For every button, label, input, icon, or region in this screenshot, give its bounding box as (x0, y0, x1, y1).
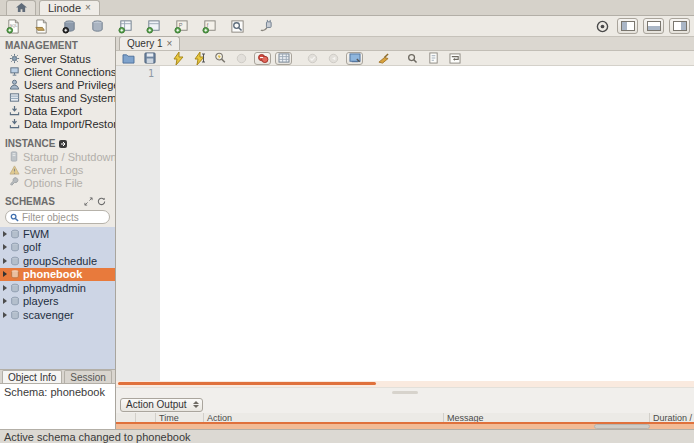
search-table-data-icon (230, 19, 245, 34)
toggle-stop-on-error-button[interactable] (254, 52, 271, 65)
schema-row-phpmyadmin[interactable]: phpmyadmin (0, 281, 115, 295)
schema-row-players[interactable]: players (0, 295, 115, 309)
create-table-button[interactable] (116, 18, 135, 35)
expander-icon[interactable] (3, 312, 7, 318)
search-table-data-button[interactable] (228, 18, 247, 35)
column-header-icon[interactable] (116, 413, 136, 422)
execute-current-button[interactable] (191, 52, 208, 65)
data-export-icon (9, 105, 20, 116)
toggle-autocommit-button[interactable] (346, 52, 363, 65)
expander-icon[interactable] (3, 244, 7, 250)
action-output-horizontal-scrollbar[interactable] (116, 424, 694, 429)
scrollbar-thumb[interactable] (118, 382, 376, 385)
create-procedure-button[interactable]: P (172, 18, 191, 35)
schema-filter-input[interactable] (22, 212, 102, 223)
home-icon (16, 3, 27, 13)
tab-object-info[interactable]: Object Info (2, 370, 62, 383)
expander-icon[interactable] (3, 298, 7, 304)
find-button[interactable] (404, 52, 421, 65)
sidebar-item-startup-shutdown[interactable]: Startup / Shutdown (0, 150, 115, 163)
document-tabbar: Linode × (0, 0, 694, 16)
create-function-icon: f (202, 19, 217, 34)
limit-rows-button[interactable] (275, 52, 292, 65)
column-header-time[interactable]: Time (156, 413, 204, 422)
sidebar-item-data-export[interactable]: Data Export (0, 104, 115, 117)
new-sql-tab-button[interactable]: SQL (4, 18, 23, 35)
column-header-action[interactable]: Action (204, 413, 444, 422)
tab-session[interactable]: Session (64, 370, 112, 383)
sidebar-item-client-connections[interactable]: Client Connections (0, 65, 115, 78)
status-circle-icon (596, 20, 609, 33)
schema-icon (10, 296, 20, 306)
invisible-chars-button[interactable] (425, 52, 442, 65)
splitter-grip-icon (392, 391, 418, 394)
expander-icon[interactable] (3, 285, 7, 291)
create-schema-icon (62, 19, 77, 34)
schema-row-fwm[interactable]: FWM (0, 227, 115, 241)
find-icon (407, 53, 418, 64)
schema-row-groupschedule[interactable]: groupSchedule (0, 254, 115, 268)
schema-icon (10, 256, 20, 266)
reconnect-dbms-button[interactable] (256, 18, 275, 35)
wrap-text-icon (449, 53, 461, 64)
commit-button[interactable] (304, 52, 321, 65)
expander-icon[interactable] (3, 271, 7, 277)
stop-button[interactable] (233, 52, 250, 65)
sql-editor[interactable]: 1 (116, 66, 694, 381)
line-number: 1 (148, 68, 154, 79)
schema-row-scavenger[interactable]: scavenger (0, 308, 115, 322)
schema-row-golf[interactable]: golf (0, 241, 115, 255)
line-number-gutter: 1 (116, 66, 160, 381)
open-file-button[interactable] (120, 52, 137, 65)
clear-query-button[interactable] (375, 52, 392, 65)
warning-icon (9, 165, 20, 175)
column-header-index[interactable] (136, 413, 156, 422)
reconnect-dbms-icon (258, 19, 273, 34)
schema-row-phonebook[interactable]: phonebook (0, 268, 115, 282)
expander-icon[interactable] (3, 258, 7, 264)
column-header-duration[interactable]: Duration / Fetch (650, 413, 694, 422)
column-header-message[interactable]: Message (444, 413, 650, 422)
object-info-text: Schema: phonebook (4, 386, 105, 398)
sidebar-item-users-privileges[interactable]: Users and Privileges (0, 78, 115, 91)
action-output-select[interactable]: Action Output (120, 398, 203, 412)
status-circle-button[interactable] (593, 18, 612, 35)
home-tab[interactable] (6, 0, 36, 15)
create-schema-button[interactable] (60, 18, 79, 35)
panel-splitter[interactable] (116, 387, 694, 396)
sidebar-item-data-import[interactable]: Data Import/Restore (0, 117, 115, 130)
open-sql-script-button[interactable] (32, 18, 51, 35)
rollback-button[interactable] (325, 52, 342, 65)
toggle-bottom-panel-button[interactable] (643, 18, 664, 34)
open-schema-button[interactable] (88, 18, 107, 35)
scrollbar-thumb[interactable] (594, 424, 650, 429)
sidebar-item-server-status[interactable]: Server Status (0, 52, 115, 65)
connection-tab-label: Linode (48, 2, 81, 14)
code-area[interactable] (160, 66, 694, 381)
instance-icon (58, 139, 68, 149)
sidebar-item-options-file[interactable]: Options File (0, 176, 115, 189)
explain-button[interactable] (212, 52, 229, 65)
execute-button[interactable] (170, 52, 187, 65)
sidebar-item-system-variables[interactable]: Status and System Variables (0, 91, 115, 104)
close-icon[interactable]: × (85, 3, 91, 13)
toggle-right-panel-button[interactable] (669, 18, 690, 34)
spinner-icon (193, 401, 199, 408)
wrap-text-button[interactable] (446, 52, 463, 65)
query-tab[interactable]: Query 1 × (119, 36, 180, 50)
expand-schemas-icon[interactable] (84, 197, 93, 206)
sidebar: MANAGEMENT Server Status Client Connecti… (0, 37, 116, 429)
refresh-schemas-icon[interactable] (97, 197, 106, 206)
query-tab-label: Query 1 (127, 38, 163, 49)
server-icon (9, 151, 19, 162)
close-icon[interactable]: × (167, 38, 173, 49)
connection-tab[interactable]: Linode × (39, 0, 100, 15)
sidebar-item-server-logs[interactable]: Server Logs (0, 163, 115, 176)
expander-icon[interactable] (3, 231, 7, 237)
create-function-button[interactable]: f (200, 18, 219, 35)
schemas-section-header: SCHEMAS (0, 193, 115, 208)
save-button[interactable] (141, 52, 158, 65)
toggle-left-panel-button[interactable] (617, 18, 638, 34)
sql-editor-toolbar (116, 51, 694, 66)
create-view-button[interactable] (144, 18, 163, 35)
